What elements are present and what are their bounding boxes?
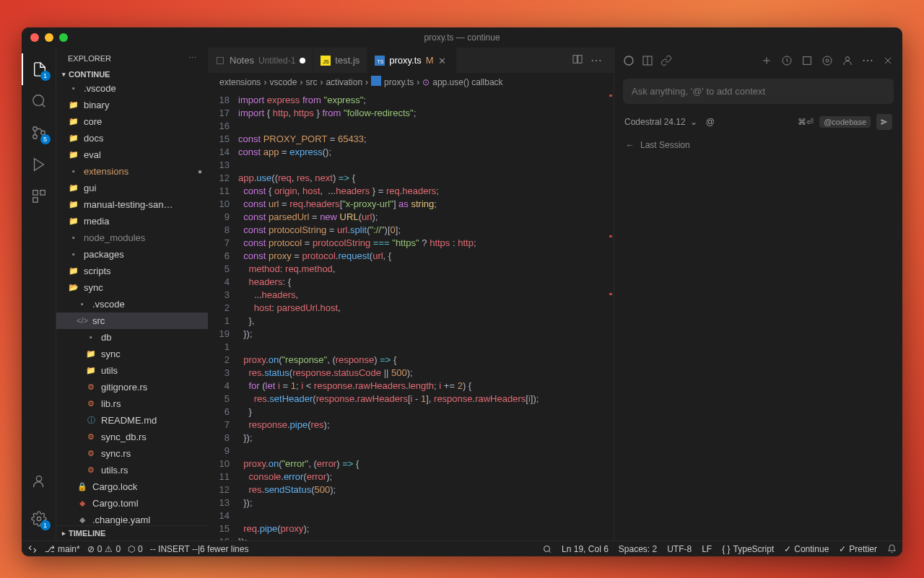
folder-icon: 📁 [68, 100, 79, 111]
svg-point-26 [823, 56, 832, 65]
panel-more-icon[interactable]: ⋯ [862, 53, 873, 67]
tree-label: gui [84, 180, 96, 196]
tree-item[interactable]: 📂sync [56, 279, 208, 296]
tree-item[interactable]: ▪packages [56, 246, 208, 263]
continue-logo-icon[interactable] [623, 55, 635, 66]
breadcrumb-segment[interactable]: src [305, 77, 317, 87]
tree-item[interactable]: 📁binary [56, 97, 208, 113]
tree-item[interactable]: 📁gui [56, 180, 208, 196]
timeline-section[interactable]: TIMELINE [56, 525, 208, 540]
breadcrumb[interactable]: extensions›vscode›src›activation›proxy.t… [208, 73, 614, 91]
last-session[interactable]: ← Last Session [614, 134, 902, 156]
panel-account-icon[interactable] [842, 55, 853, 66]
toml-icon: ◆ [77, 498, 88, 509]
send-button[interactable] [876, 114, 892, 130]
editor-tab[interactable]: JStest.js [313, 48, 367, 73]
breadcrumb-segment[interactable]: proxy.ts [384, 77, 414, 87]
breadcrumb-segment[interactable]: vscode [269, 77, 297, 87]
tree-item[interactable]: ▪.vscode [56, 80, 208, 97]
cursor-position[interactable]: Ln 19, Col 6 [562, 544, 609, 554]
breadcrumb-segment[interactable]: activation [326, 77, 362, 87]
docs-icon[interactable] [801, 55, 813, 66]
tree-item[interactable]: 📁docs [56, 130, 208, 146]
tree-item[interactable]: ⚙gitignore.rs [56, 379, 208, 395]
tree-item[interactable]: ⚙utils.rs [56, 462, 208, 478]
minimap[interactable] [608, 91, 614, 540]
explorer-icon[interactable]: 1 [22, 53, 56, 85]
chat-input-box[interactable] [623, 79, 894, 104]
sidebar-section[interactable]: CONTINUE [56, 69, 208, 80]
ports-indicator[interactable]: ⬡ 0 [128, 544, 143, 554]
code-content[interactable]: import express from "express";import { h… [238, 91, 608, 540]
tree-item[interactable]: ⚙sync.rs [56, 445, 208, 462]
notes-file-icon [215, 56, 225, 66]
tree-item[interactable]: ⓘREADME.md [56, 412, 208, 429]
tree-item[interactable]: 📁utils [56, 362, 208, 379]
zoom-icon[interactable] [543, 545, 552, 553]
account-icon[interactable] [22, 465, 56, 497]
editor-tab[interactable]: TSproxy.tsM✕ [367, 48, 456, 73]
bell-icon[interactable] [887, 544, 897, 553]
at-context-icon[interactable]: @ [706, 117, 715, 127]
model-selector[interactable]: Codestral 24.12 ⌄ @ [624, 117, 715, 127]
search-icon[interactable] [22, 85, 56, 117]
code-editor[interactable]: 1817161514131211109876543211912345678910… [208, 91, 614, 540]
tree-item[interactable]: 📁scripts [56, 263, 208, 279]
tree-item[interactable]: </>src [56, 312, 208, 329]
tree-item[interactable]: ▪extensions● [56, 163, 208, 180]
panel-view-icon[interactable] [642, 55, 653, 66]
tree-label: lib.rs [101, 396, 121, 411]
source-control-icon[interactable]: 5 [22, 117, 56, 149]
editor-tab[interactable]: NotesUntitled-1 [208, 48, 313, 73]
run-debug-icon[interactable] [22, 149, 56, 180]
history-icon[interactable] [781, 55, 793, 66]
chat-input[interactable] [632, 86, 885, 97]
remote-icon[interactable] [27, 544, 38, 554]
panel-close-icon[interactable] [882, 55, 894, 66]
tree-item[interactable]: ⚙lib.rs [56, 395, 208, 412]
indent-indicator[interactable]: Spaces: 2 [619, 544, 657, 554]
panel-link-icon[interactable] [661, 55, 672, 66]
breadcrumb-segment[interactable]: extensions [219, 77, 261, 87]
more-tab-actions-icon[interactable]: ⋯ [590, 53, 602, 68]
branch-indicator[interactable]: ⎇ main* [45, 544, 80, 554]
sidebar-more-icon[interactable]: ⋯ [188, 53, 196, 63]
folder-dark-icon: ▪ [68, 249, 79, 260]
compare-icon[interactable] [572, 53, 583, 68]
eol-indicator[interactable]: LF [702, 544, 712, 554]
tree-item[interactable]: 📁eval [56, 146, 208, 163]
tree-item[interactable]: ⚙sync_db.rs [56, 429, 208, 445]
context-badge[interactable]: @codebase [819, 116, 871, 128]
tree-item[interactable]: 📁sync [56, 346, 208, 362]
tree-item[interactable]: 🔒Cargo.lock [56, 478, 208, 495]
maximize-window[interactable] [59, 33, 68, 42]
close-tab-icon[interactable]: ✕ [438, 56, 448, 66]
tree-item[interactable]: 📁media [56, 213, 208, 229]
tree-item[interactable]: ◆.changie.yaml [56, 512, 208, 525]
tree-item[interactable]: 📁core [56, 113, 208, 130]
folder-icon: 📁 [68, 266, 79, 277]
breadcrumb-segment[interactable]: app.use() callback [432, 77, 502, 87]
folder-open-icon: 📂 [68, 282, 79, 294]
tree-label: src [92, 313, 105, 328]
language-indicator[interactable]: { } TypeScript [722, 544, 774, 554]
tree-item[interactable]: 📁manual-testing-san… [56, 196, 208, 213]
settings-badge: 1 [40, 520, 51, 530]
encoding-indicator[interactable]: UTF-8 [667, 544, 692, 554]
close-window[interactable] [30, 33, 39, 42]
tree-label: node_modules [84, 230, 145, 245]
prettier-status[interactable]: ✓ Prettier [839, 544, 877, 554]
tree-label: sync [101, 346, 121, 362]
minimize-window[interactable] [45, 33, 53, 42]
file-tree: ▪.vscode📁binary📁core📁docs📁eval▪extension… [56, 80, 208, 525]
problems-indicator[interactable]: ⊘ 0 ⚠ 0 [87, 544, 121, 554]
continue-status[interactable]: ✓ Continue [784, 544, 829, 554]
tree-item[interactable]: ◆Cargo.toml [56, 495, 208, 512]
settings-icon[interactable]: 1 [22, 503, 56, 535]
panel-settings-icon[interactable] [821, 55, 833, 66]
tree-item[interactable]: ▪node_modules [56, 229, 208, 246]
tree-item[interactable]: ▪.vscode [56, 296, 208, 312]
new-chat-icon[interactable] [761, 55, 772, 66]
tree-item[interactable]: ▪db [56, 329, 208, 346]
extensions-icon[interactable] [22, 180, 56, 212]
